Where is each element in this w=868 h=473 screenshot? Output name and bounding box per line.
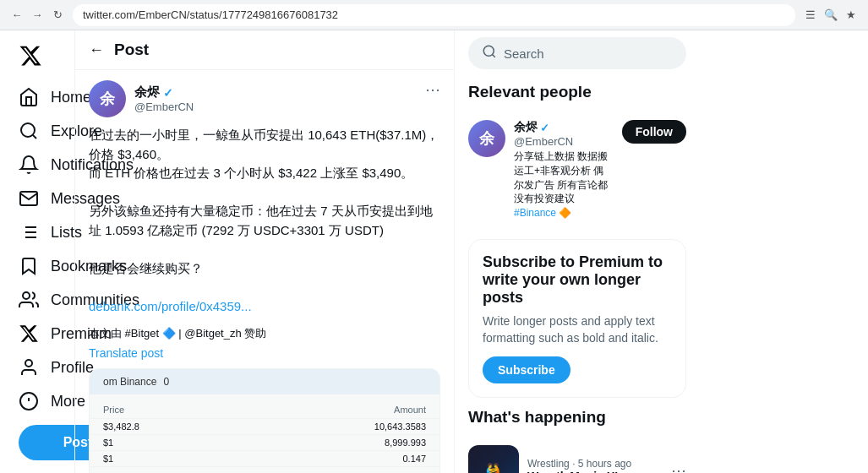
relevant-people-title: Relevant people xyxy=(468,83,686,101)
search-icon xyxy=(482,44,497,63)
tweet-author-info: 余 余烬 ✓ @EmberCN xyxy=(89,80,194,117)
more-icon xyxy=(19,391,39,411)
rp-name: 余烬 ✓ xyxy=(514,120,614,135)
url-bar[interactable] xyxy=(73,4,795,26)
table-row: $1 8,999.993 xyxy=(90,435,439,451)
image-text-1: om Binance xyxy=(103,376,156,388)
table-header: Price Amount xyxy=(90,401,439,419)
tweet-line-2: 而 ETH 价格也在过去 3 个小时从 $3,422 上涨至 $3,490。 xyxy=(89,164,440,183)
premium-desc: Write longer posts and apply text format… xyxy=(483,313,672,346)
image-top-section: om Binance 0 xyxy=(90,369,439,394)
svg-point-0 xyxy=(21,123,35,137)
svg-point-8 xyxy=(23,292,30,299)
communities-icon xyxy=(19,290,39,310)
rp-avatar: 余 xyxy=(468,120,505,157)
relevant-people-section: Relevant people 余 余烬 ✓ @EmberCN 分享链上数据 数… xyxy=(468,83,686,229)
tweet-header: 余 余烬 ✓ @EmberCN ⋯ xyxy=(89,80,440,117)
back-icon[interactable]: ← xyxy=(10,8,24,22)
post-title: Post xyxy=(114,41,149,59)
right-sidebar: Relevant people 余 余烬 ✓ @EmberCN 分享链上数据 数… xyxy=(455,30,700,473)
tweet-more-button[interactable]: ⋯ xyxy=(425,80,440,99)
tweet-image-card: om Binance 0 Price Amount $3,482.8 10,64… xyxy=(89,368,440,473)
rp-info: 余烬 ✓ @EmberCN 分享链上数据 数据搬运工+非客观分析 偶尔发广告 所… xyxy=(514,120,614,220)
wrestlemania-image: 🤼 xyxy=(468,445,519,473)
follow-button[interactable]: Follow xyxy=(622,120,686,144)
whats-happening-title: What's happening xyxy=(468,408,686,427)
table-row: $1 0.147 xyxy=(90,451,439,467)
bookmark-icon[interactable]: ★ xyxy=(844,8,858,22)
author-name: 余烬 ✓ xyxy=(134,84,194,101)
tweet-sponsor: 本文由 #Bitget 🔷 | @Bitget_zh 赞助 xyxy=(89,326,440,341)
messages-icon xyxy=(19,188,39,209)
tweet-container: 余 余烬 ✓ @EmberCN ⋯ 在过去的一小时里，一鲸鱼从币安提出 10,6… xyxy=(75,70,454,473)
address-bar: ← → ↻ ☰ 🔍 ★ xyxy=(0,0,868,30)
center-column: ← Post 余 余烬 ✓ @EmberCN ⋯ xyxy=(74,30,455,473)
trending-info: Wrestling · 5 hours ago WrestleMania XL xyxy=(527,458,663,473)
tweet-content: 在过去的一小时里，一鲸鱼从币安提出 10,643 ETH($37.1M)，价格 … xyxy=(89,126,440,316)
relevant-person: 余 余烬 ✓ @EmberCN 分享链上数据 数据搬运工+非客观分析 偶尔发广告… xyxy=(468,111,686,229)
trending-more-icon[interactable]: ⋯ xyxy=(671,461,686,473)
forward-icon[interactable]: → xyxy=(30,8,44,22)
svg-point-13 xyxy=(483,46,494,56)
home-icon xyxy=(19,87,39,107)
post-view-header: ← Post xyxy=(75,30,454,70)
subscribe-button[interactable]: Subscribe xyxy=(483,356,570,383)
explore-icon xyxy=(19,121,39,141)
rp-bio-link[interactable]: #Binance xyxy=(514,207,556,219)
browser-action-icons: ☰ 🔍 ★ xyxy=(804,8,858,22)
premium-title: Subscribe to Premium to write your own l… xyxy=(483,253,672,307)
search-box xyxy=(468,37,686,69)
notifications-icon xyxy=(19,155,39,175)
table-row: $3,482.8 10,643.3583 xyxy=(90,419,439,435)
premium-icon xyxy=(19,323,39,344)
search-input[interactable] xyxy=(504,46,673,61)
search-browser-icon[interactable]: 🔍 xyxy=(824,8,838,22)
browser-controls: ← → ↻ xyxy=(10,8,64,22)
lists-icon xyxy=(19,222,39,242)
image-text-2: 0 xyxy=(163,376,169,388)
tweet-line-6: 他是否会继续购买？ xyxy=(89,259,440,279)
svg-line-14 xyxy=(492,54,494,57)
premium-box: Subscribe to Premium to write your own l… xyxy=(468,239,686,398)
whats-happening-section: What's happening 🤼 Wrestling · 5 hours a… xyxy=(468,408,686,473)
sidebar: Home Explore Notifications xyxy=(0,30,74,473)
svg-line-1 xyxy=(33,135,36,139)
trending-category: Wrestling · 5 hours ago xyxy=(527,458,663,470)
back-button[interactable]: ← xyxy=(89,41,104,59)
tweet-table: Price Amount $3,482.8 10,643.3583 $1 8,9… xyxy=(90,394,439,473)
profile-icon xyxy=(19,357,39,378)
bookmarks-icon xyxy=(19,256,39,276)
tweet-link[interactable]: debank.com/profile/0x4359... xyxy=(89,299,252,313)
trending-item-wrestlemania: 🤼 Wrestling · 5 hours ago WrestleMania X… xyxy=(468,437,686,473)
x-logo[interactable] xyxy=(10,37,51,77)
main-layout: Home Explore Notifications xyxy=(0,30,868,473)
verified-icon: ✓ xyxy=(163,86,173,100)
tweet-line-1: 在过去的一小时里，一鲸鱼从币安提出 10,643 ETH($37.1M)，价格 … xyxy=(89,126,440,164)
rp-verified-icon: ✓ xyxy=(540,122,549,134)
trending-topic: WrestleMania XL xyxy=(527,470,663,473)
author-handle: @EmberCN xyxy=(134,101,194,113)
rp-handle: @EmberCN xyxy=(514,135,614,148)
svg-point-9 xyxy=(25,360,32,367)
refresh-icon[interactable]: ↻ xyxy=(51,8,64,22)
translate-button[interactable]: Translate post xyxy=(89,346,440,360)
avatar: 余 xyxy=(89,80,126,117)
translate-icon[interactable]: ☰ xyxy=(804,8,817,22)
author-details: 余烬 ✓ @EmberCN xyxy=(134,84,194,113)
tweet-line-4: 另外该鲸鱼还持有大量稳定币：他在过去 7 天从币安提出到地址 1.0593 亿稳… xyxy=(89,202,440,240)
rp-bio: 分享链上数据 数据搬运工+非客观分析 偶尔发广告 所有言论都没有投资建议 #Bi… xyxy=(514,150,614,220)
